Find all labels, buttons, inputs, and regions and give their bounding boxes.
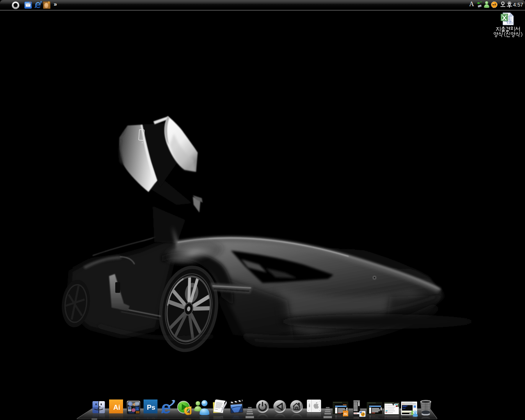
svg-text:Ai: Ai (344, 412, 347, 416)
svg-text:e: e (161, 399, 171, 416)
svg-text:Ps: Ps (147, 404, 155, 411)
svg-text:Ai: Ai (113, 404, 120, 411)
